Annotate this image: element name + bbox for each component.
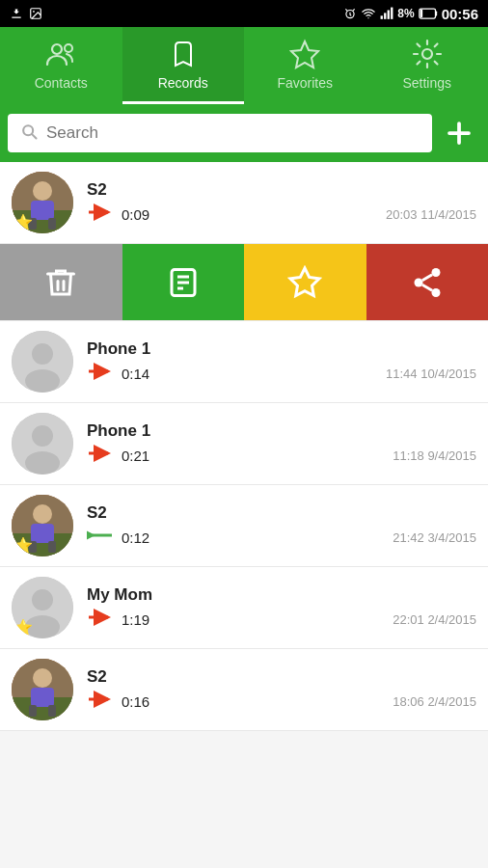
record-info: Phone 1 0:14 11:44 10/4/2015 [87, 339, 476, 384]
svg-point-14 [422, 49, 432, 59]
star-badge: ⭐ [14, 536, 33, 555]
star-badge: ⭐ [14, 618, 33, 637]
svg-point-3 [368, 17, 369, 18]
svg-point-53 [33, 668, 52, 688]
record-duration: 0:21 [122, 448, 149, 464]
contacts-icon [45, 39, 76, 69]
record-date: 11:18 9/4/2015 [393, 448, 476, 463]
tab-settings-label: Settings [402, 75, 451, 91]
svg-point-27 [431, 268, 440, 277]
record-info: S2 0:16 18:06 2/4/2015 [87, 667, 476, 712]
direction-arrow [87, 609, 114, 630]
record-duration-row: 0:09 20:03 11/4/2015 [87, 203, 476, 225]
record-name: S2 [87, 180, 476, 200]
avatar [12, 331, 73, 393]
svg-marker-13 [291, 41, 318, 68]
avatar: ⭐ [12, 577, 73, 638]
avatar: ⭐ [12, 172, 73, 233]
search-icon [19, 122, 39, 145]
svg-rect-56 [48, 705, 56, 717]
record-name: S2 [87, 667, 476, 687]
wifi-icon [361, 7, 376, 20]
direction-arrow [87, 203, 114, 225]
tab-records[interactable]: Records [122, 27, 245, 104]
add-button[interactable] [438, 112, 480, 154]
record-info: S2 0:12 21:42 3/4/2015 [87, 503, 476, 548]
svg-rect-7 [391, 8, 393, 19]
record-duration-row: 0:12 21:42 3/4/2015 [87, 527, 476, 548]
svg-point-34 [25, 369, 60, 393]
record-duration: 0:12 [122, 529, 149, 546]
swipe-delete[interactable] [0, 244, 122, 320]
records-list: ⭐ S2 0:09 20:03 11/4/2015 [0, 162, 488, 731]
svg-rect-4 [381, 15, 383, 19]
direction-arrow [87, 691, 114, 712]
usb-icon [10, 7, 23, 20]
record-date: 18:06 2/4/2015 [393, 694, 476, 709]
tab-favorites[interactable]: Favorites [244, 27, 366, 104]
tab-contacts-label: Contacts [35, 75, 88, 91]
record-date: 21:42 3/4/2015 [393, 530, 476, 545]
signal-icon [380, 7, 393, 20]
svg-rect-20 [48, 218, 56, 230]
avatar: ⭐ [12, 495, 73, 556]
svg-rect-54 [31, 688, 54, 707]
record-item[interactable]: ⭐ S2 0:09 20:03 11/4/2015 [0, 162, 488, 244]
svg-rect-5 [384, 13, 386, 18]
record-item[interactable]: ⭐ My Mom 1:19 22:01 2/4/2015 [0, 567, 488, 649]
svg-point-48 [32, 589, 53, 610]
record-duration: 0:16 [122, 693, 149, 710]
svg-point-17 [33, 181, 52, 201]
record-duration-row: 0:21 11:18 9/4/2015 [87, 445, 476, 466]
svg-point-1 [33, 11, 35, 13]
direction-arrow [87, 363, 114, 384]
settings-icon [412, 39, 443, 69]
svg-rect-43 [31, 524, 54, 543]
record-item[interactable]: ⭐ S2 0:12 21:42 3/4/2015 [0, 485, 488, 567]
record-duration: 0:14 [122, 366, 149, 382]
svg-rect-45 [48, 541, 56, 553]
record-date: 22:01 2/4/2015 [393, 612, 476, 627]
direction-arrow [87, 527, 114, 548]
search-bar [0, 104, 488, 162]
svg-rect-55 [29, 705, 37, 717]
star-badge: ⭐ [14, 213, 33, 231]
avatar [12, 659, 73, 720]
record-duration-row: 1:19 22:01 2/4/2015 [87, 609, 476, 630]
record-date: 20:03 11/4/2015 [386, 207, 476, 222]
svg-point-42 [33, 504, 52, 524]
battery-percent: 8% [397, 7, 414, 20]
record-item[interactable]: Phone 1 0:21 11:18 9/4/2015 [0, 403, 488, 485]
svg-marker-26 [290, 268, 319, 296]
record-date: 11:44 10/4/2015 [386, 366, 476, 381]
svg-point-28 [414, 278, 422, 286]
favorites-icon [289, 39, 320, 69]
tab-settings[interactable]: Settings [366, 27, 489, 104]
record-duration-row: 0:16 18:06 2/4/2015 [87, 691, 476, 712]
svg-line-31 [422, 274, 432, 280]
swipe-favorite[interactable] [244, 244, 366, 320]
record-name: Phone 1 [87, 421, 476, 441]
svg-point-33 [32, 343, 53, 365]
tab-contacts[interactable]: Contacts [0, 27, 122, 104]
svg-point-11 [52, 44, 62, 54]
status-right: 8% 00:56 [343, 6, 478, 22]
record-item[interactable]: S2 0:16 18:06 2/4/2015 [0, 649, 488, 731]
battery-icon [419, 8, 438, 19]
record-duration: 0:09 [122, 206, 149, 223]
tab-favorites-label: Favorites [277, 75, 333, 91]
status-left [10, 7, 42, 20]
direction-arrow [87, 445, 114, 466]
swipe-share[interactable] [366, 244, 489, 320]
tab-records-label: Records [158, 75, 208, 91]
search-input[interactable] [46, 123, 420, 143]
avatar [12, 413, 73, 475]
svg-rect-18 [31, 201, 54, 220]
svg-rect-10 [420, 10, 422, 17]
record-name: Phone 1 [87, 339, 476, 359]
records-icon [168, 39, 199, 69]
swipe-note[interactable] [122, 244, 245, 320]
image-icon [29, 7, 42, 20]
record-item[interactable]: Phone 1 0:14 11:44 10/4/2015 [0, 321, 488, 403]
search-input-wrap [8, 114, 432, 152]
